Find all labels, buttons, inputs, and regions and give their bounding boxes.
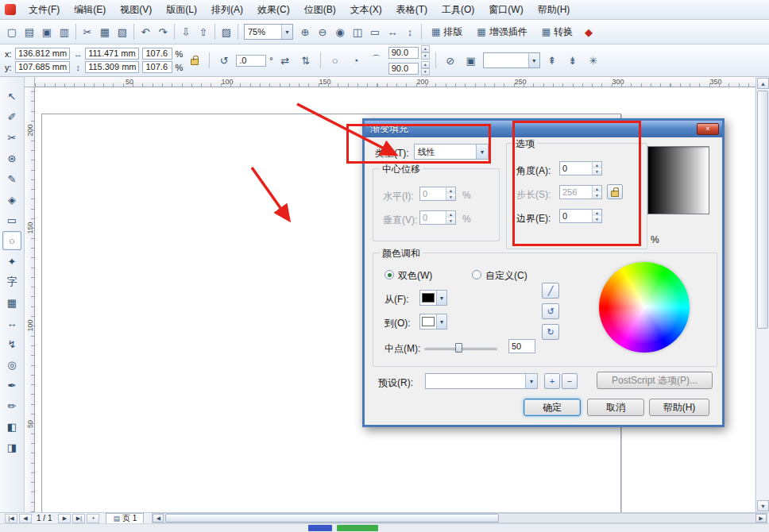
- page-tab[interactable]: ▤ 页 1: [106, 513, 144, 523]
- scroll-right-icon[interactable]: ▶: [755, 514, 767, 522]
- add-preset-button[interactable]: +: [544, 373, 560, 389]
- cancel-button[interactable]: 取消: [587, 399, 644, 416]
- rotation-input[interactable]: .0: [236, 55, 266, 67]
- tool-table[interactable]: ▦: [2, 293, 21, 312]
- remove-preset-button[interactable]: −: [562, 373, 578, 389]
- from-color-combo[interactable]: ▾: [419, 290, 447, 306]
- color-wheel[interactable]: [599, 262, 690, 353]
- direct-path-button[interactable]: ╱: [542, 283, 559, 299]
- tool-ellipse[interactable]: ○: [2, 231, 21, 250]
- spinner-arrows[interactable]: ▲▼: [592, 186, 601, 199]
- tool-blend[interactable]: ◎: [2, 355, 21, 374]
- tool-polygon[interactable]: ✦: [2, 252, 21, 271]
- paste-icon[interactable]: ▧: [114, 23, 131, 40]
- arc-end-input[interactable]: 90.0: [388, 63, 419, 75]
- spinner-arrows[interactable]: ▲▼: [446, 211, 455, 224]
- arc-mode-button[interactable]: ⌒: [368, 52, 385, 69]
- horizontal-offset-spinner[interactable]: 0 ▲▼: [419, 187, 456, 201]
- steps-lock-button[interactable]: [607, 184, 623, 199]
- tool-eyedropper[interactable]: ✒: [2, 376, 21, 395]
- scroll-left-icon[interactable]: ◀: [153, 514, 164, 522]
- help-button[interactable]: 帮助(H): [649, 399, 709, 416]
- ellipse-mode-button[interactable]: ○: [327, 52, 344, 69]
- menu-item[interactable]: 编辑(E): [68, 1, 112, 19]
- edge-pad-spinner[interactable]: 0 ▲▼: [559, 209, 602, 223]
- outline-width-combo[interactable]: ▾: [483, 52, 540, 68]
- menu-item[interactable]: 文本(X): [344, 1, 388, 19]
- zoom-selection-icon[interactable]: ◫: [349, 23, 366, 40]
- add-page-button[interactable]: +: [87, 514, 99, 523]
- zoom-actual-icon[interactable]: ◉: [331, 23, 349, 40]
- menu-item[interactable]: 帮助(H): [531, 1, 577, 19]
- dialog-titlebar[interactable]: 渐变填充: [365, 121, 722, 137]
- next-page-button[interactable]: ▶: [58, 514, 71, 523]
- tool-shape[interactable]: ✐: [2, 107, 21, 126]
- pie-mode-button[interactable]: ◔: [347, 52, 365, 69]
- menu-item[interactable]: 表格(T): [390, 1, 434, 19]
- midpoint-input[interactable]: 50: [508, 339, 535, 353]
- new-document-icon[interactable]: ▢: [3, 23, 21, 40]
- app-launcher-icon[interactable]: ▨: [218, 23, 235, 40]
- height-input[interactable]: 115.309 mm: [85, 61, 139, 73]
- tool-smart-fill[interactable]: ◈: [2, 190, 21, 209]
- tool-pick[interactable]: ↖: [2, 87, 21, 106]
- clockwise-path-button[interactable]: ↻: [542, 324, 559, 340]
- redo-icon[interactable]: ↷: [154, 23, 172, 40]
- menu-item[interactable]: 视图(V): [114, 1, 158, 19]
- layout-button[interactable]: ▦ 排版: [424, 22, 470, 41]
- tool-connector[interactable]: ↯: [2, 334, 21, 353]
- horizontal-ruler[interactable]: 50100150200250300350: [35, 77, 755, 87]
- open-icon[interactable]: ▤: [21, 23, 38, 40]
- presets-combo[interactable]: ▾: [425, 373, 538, 389]
- welcome-icon[interactable]: ◆: [580, 23, 597, 40]
- ok-button[interactable]: 确定: [524, 399, 581, 416]
- two-color-radio[interactable]: [384, 270, 394, 279]
- mirror-vertical-button[interactable]: ⇅: [297, 52, 315, 69]
- vertical-scrollbar[interactable]: ▲ ▼: [755, 77, 769, 512]
- custom-radio[interactable]: [472, 270, 481, 279]
- tool-zoom[interactable]: ⊛: [2, 148, 21, 168]
- counterclockwise-path-button[interactable]: ↺: [542, 303, 559, 319]
- scroll-down-icon[interactable]: ▼: [757, 500, 769, 511]
- tool-rectangle[interactable]: ▭: [2, 210, 21, 229]
- convert-button[interactable]: ▦ 转换: [535, 22, 580, 41]
- menu-item[interactable]: 文件(F): [22, 1, 66, 19]
- tool-interactive-fill[interactable]: ◨: [2, 438, 21, 457]
- vertical-ruler[interactable]: 20015010050: [25, 87, 35, 512]
- scrollbar-thumb[interactable]: [757, 91, 768, 329]
- gradient-type-combo[interactable]: 线性 ▾: [414, 144, 489, 160]
- copy-icon[interactable]: ▦: [96, 23, 114, 40]
- y-input[interactable]: 107.685 mm: [15, 61, 70, 73]
- width-input[interactable]: 111.471 mm: [85, 48, 139, 60]
- lock-ratio-button[interactable]: [186, 52, 203, 69]
- postscript-options-button[interactable]: PostScript 选项(P)...: [597, 372, 713, 389]
- mirror-horizontal-button[interactable]: ⇄: [276, 52, 294, 69]
- tool-fill[interactable]: ◧: [2, 417, 21, 436]
- previous-page-button[interactable]: ◀: [19, 514, 32, 523]
- x-input[interactable]: 136.812 mm: [15, 48, 70, 60]
- plugins-button[interactable]: ▦ 增强插件: [470, 22, 534, 41]
- scale-h-input[interactable]: 107.6: [142, 48, 172, 60]
- spinner-arrows[interactable]: ▲▼: [592, 210, 601, 222]
- menu-item[interactable]: 版面(L): [160, 1, 203, 19]
- angle-spinner[interactable]: 0 ▲▼: [559, 161, 602, 175]
- tool-freehand[interactable]: ✎: [2, 169, 21, 188]
- spinner-arrows[interactable]: ▲▼: [421, 61, 430, 75]
- save-icon[interactable]: ▣: [38, 23, 56, 40]
- menu-item[interactable]: 效果(C): [251, 1, 296, 19]
- scroll-up-icon[interactable]: ▲: [757, 78, 769, 89]
- to-color-combo[interactable]: ▾: [419, 314, 447, 330]
- export-icon[interactable]: ⇧: [195, 23, 212, 40]
- tool-crop[interactable]: ✂: [2, 128, 21, 147]
- options-gear-icon[interactable]: ✳: [585, 52, 602, 69]
- tool-dimension[interactable]: ↔: [2, 314, 21, 333]
- zoom-page-icon[interactable]: ▭: [366, 23, 384, 40]
- horizontal-scrollbar[interactable]: ◀ ▶: [152, 513, 767, 523]
- midpoint-slider-thumb[interactable]: [455, 343, 462, 353]
- to-front-button[interactable]: ⇞: [543, 52, 561, 69]
- menu-item[interactable]: 位图(B): [298, 1, 342, 19]
- menu-item[interactable]: 工具(O): [435, 1, 481, 19]
- no-wrap-button[interactable]: ⊘: [442, 52, 459, 69]
- close-icon[interactable]: ×: [697, 123, 719, 135]
- to-back-button[interactable]: ⇟: [564, 52, 582, 69]
